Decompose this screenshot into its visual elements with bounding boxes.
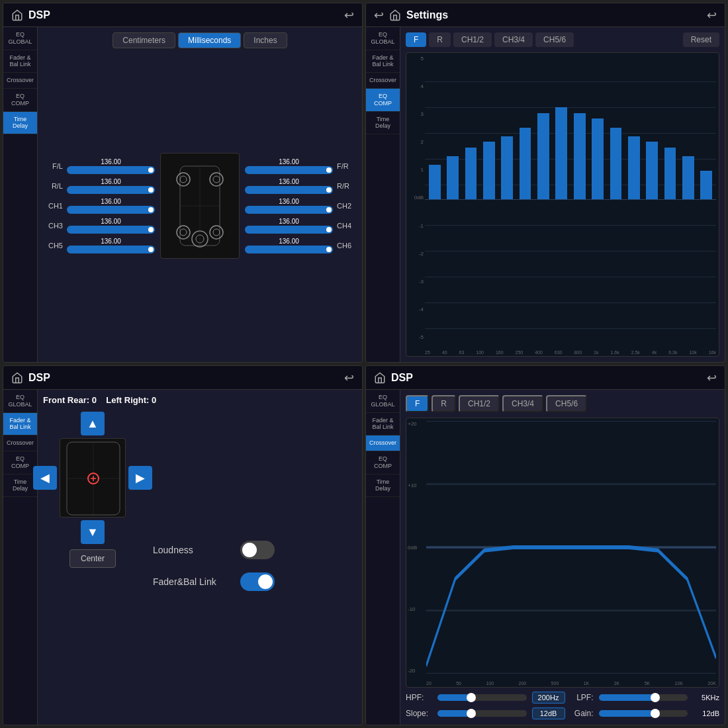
eq-bar-wrapper[interactable] [480, 56, 497, 343]
panel2-home-icon[interactable] [389, 9, 401, 21]
fader-link-toggle[interactable] [240, 572, 275, 591]
xo-tab-f[interactable]: F [406, 395, 429, 412]
loudness-toggle[interactable] [240, 541, 275, 559]
xo-tab-r[interactable]: R [432, 395, 456, 412]
hpf-slider[interactable] [437, 694, 527, 701]
eq-bar-wrapper[interactable] [608, 56, 624, 343]
ch-ch4-track[interactable] [245, 226, 333, 234]
eq-bar-wrapper[interactable] [589, 56, 606, 343]
eq-tab-ch12[interactable]: CH1/2 [453, 32, 492, 47]
eq-bar-wrapper[interactable] [571, 56, 588, 343]
eq-bar-wrapper[interactable] [463, 56, 479, 343]
xo-tab-ch34[interactable]: CH3/4 [502, 395, 543, 412]
sidebar4-fader[interactable]: Fader &Bal Link [366, 413, 400, 436]
ch-rl-track[interactable] [67, 186, 155, 194]
lpf-value: 5KHz [693, 694, 719, 702]
eq-bar-wrapper[interactable] [535, 56, 551, 343]
ch-ch6-track[interactable] [245, 246, 333, 253]
eq-bar-wrapper[interactable] [444, 56, 461, 343]
sidebar4-eq-comp[interactable]: EQCOMP [366, 451, 400, 475]
ch-rr-slider[interactable]: 136.00 [245, 178, 333, 194]
eq-bar-wrapper[interactable] [499, 56, 516, 343]
eq-bar-wrapper[interactable] [517, 56, 533, 343]
ch-fl-slider[interactable]: 136.00 [67, 158, 155, 174]
home-icon[interactable] [11, 9, 23, 21]
ch-ch3-track[interactable] [67, 226, 155, 234]
eq-tab-reset[interactable]: Reset [683, 32, 719, 47]
ch-ch2-track[interactable] [245, 206, 333, 214]
ch-ch1-slider[interactable]: 136.00 [67, 198, 155, 214]
sidebar3-fader[interactable]: Fader &Bal Link [3, 413, 37, 436]
sidebar4-crossover[interactable]: Crossover [366, 435, 400, 451]
eq-bar [700, 171, 712, 199]
sidebar3-crossover[interactable]: Crossover [3, 435, 37, 451]
eq-bar-wrapper[interactable] [680, 56, 696, 343]
up-button[interactable]: ▲ [81, 412, 105, 435]
unit-tab-milliseconds[interactable]: Milliseconds [178, 32, 241, 48]
sidebar1-crossover[interactable]: Crossover [3, 73, 37, 89]
sidebar3-eq-global[interactable]: EQGLOBAL [3, 390, 37, 413]
panel2-back-icon[interactable]: ↩ [374, 8, 384, 23]
ch-ch5-track[interactable] [67, 246, 155, 253]
panel4-back-icon[interactable]: ↩ [707, 371, 717, 385]
ch-ch4-value: 136.00 [245, 218, 333, 225]
eq-bar-wrapper[interactable] [698, 56, 715, 343]
sidebar2-eq-global[interactable]: EQGLOBAL [366, 27, 400, 50]
panel1-back-icon[interactable]: ↩ [344, 8, 354, 23]
slope-slider[interactable] [437, 710, 527, 717]
ch-fr-track[interactable] [245, 166, 333, 174]
sidebar4-time-delay[interactable]: TimeDelay [366, 475, 400, 498]
ch-fr-slider[interactable]: 136.00 [245, 158, 333, 174]
eq-bar-wrapper[interactable] [644, 56, 660, 343]
panel-dsp-fader: DSP ↩ EQGLOBAL Fader &Bal Link Crossover… [3, 365, 363, 725]
ch-rl-slider[interactable]: 136.00 [67, 178, 155, 194]
right-button[interactable]: ▶ [128, 466, 152, 490]
eq-bar-wrapper[interactable] [553, 56, 570, 343]
xo-tab-ch12[interactable]: CH1/2 [459, 395, 500, 412]
xo-y-labels: +20 +10 0dB -10 -20 [408, 421, 417, 674]
sidebar2-eq-comp[interactable]: EQCOMP [366, 89, 400, 112]
sidebar1-eq-comp[interactable]: EQCOMP [3, 89, 37, 112]
down-button[interactable]: ▼ [81, 520, 105, 544]
ch-fl-track[interactable] [67, 166, 155, 174]
sidebar1-time-delay[interactable]: TimeDelay [3, 112, 37, 135]
eq-tab-r[interactable]: R [429, 32, 451, 47]
sidebar4-eq-global[interactable]: EQGLOBAL [366, 390, 400, 413]
ch-rl-label: R/L [43, 182, 63, 190]
eq-bar-wrapper[interactable] [426, 56, 443, 343]
sidebar2-crossover[interactable]: Crossover [366, 73, 400, 89]
lpf-slider[interactable] [599, 694, 688, 701]
sidebar3-eq-comp[interactable]: EQCOMP [3, 451, 37, 475]
ch-ch5-slider[interactable]: 136.00 [67, 238, 155, 253]
unit-tab-inches[interactable]: Inches [244, 32, 287, 48]
panel3-back-icon[interactable]: ↩ [344, 371, 354, 385]
ch-ch1-track[interactable] [67, 206, 155, 214]
ch-ch6-slider[interactable]: 136.00 [245, 238, 333, 253]
eq-tab-ch34[interactable]: CH3/4 [494, 32, 533, 47]
eq-bar-wrapper[interactable] [662, 56, 678, 343]
ch-rr-track[interactable] [245, 186, 333, 194]
eq-bar-wrapper[interactable] [625, 56, 642, 343]
center-button[interactable]: Center [69, 549, 116, 568]
xo-tab-ch56[interactable]: CH5/6 [546, 395, 587, 412]
eq-tab-ch56[interactable]: CH5/6 [535, 32, 574, 47]
sidebar1-eq-global[interactable]: EQGLOBAL [3, 27, 37, 50]
gain-slider[interactable] [599, 710, 688, 717]
left-button[interactable]: ◀ [33, 466, 57, 490]
sidebar2-fader[interactable]: Fader &Bal Link [366, 50, 400, 73]
eq-tab-f[interactable]: F [406, 32, 426, 47]
ch-ch2-slider[interactable]: 136.00 [245, 198, 333, 214]
svg-point-4 [213, 176, 220, 183]
ch-ch4-slider[interactable]: 136.00 [245, 218, 333, 234]
panel2-back-icon2[interactable]: ↩ [707, 8, 717, 23]
ch-ch3-slider[interactable]: 136.00 [67, 218, 155, 234]
panel3-home-icon[interactable] [11, 372, 23, 384]
sidebar2-time-delay[interactable]: TimeDelay [366, 112, 400, 135]
panel4-home-icon[interactable] [374, 372, 386, 384]
ch-ch4-label: CH4 [337, 222, 357, 230]
panel3-title: DSP [28, 372, 50, 384]
sidebar3-time-delay[interactable]: TimeDelay [3, 475, 37, 498]
sidebar1-fader[interactable]: Fader &Bal Link [3, 50, 37, 73]
channel-ch3: CH3 136.00 [43, 218, 155, 234]
unit-tab-centimeters[interactable]: Centimeters [113, 32, 175, 48]
